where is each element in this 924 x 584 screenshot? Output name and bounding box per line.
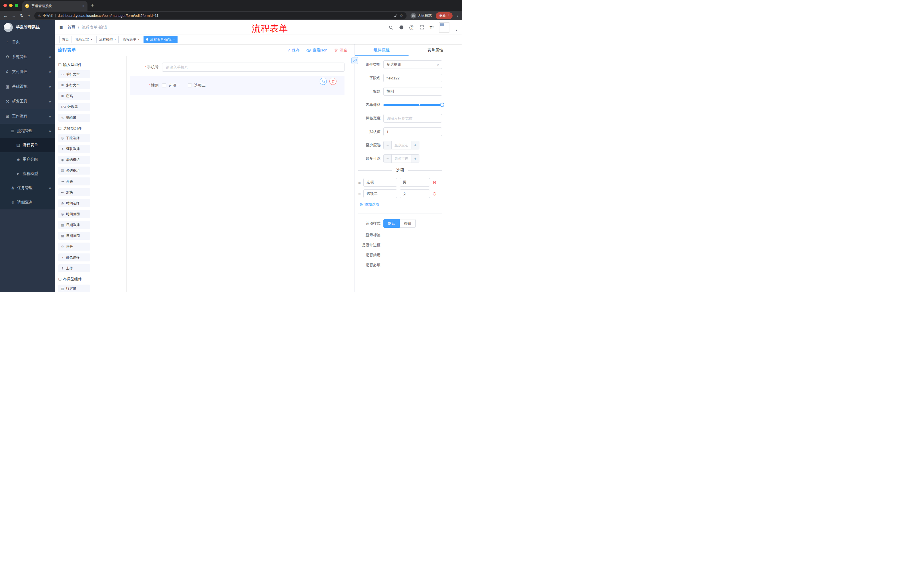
grid-slider[interactable] <box>383 100 442 109</box>
palette-item[interactable]: ▥ 行容器 <box>58 285 90 292</box>
style-default-button[interactable]: 默认 <box>383 219 400 228</box>
url-text[interactable]: dashboard.yudao.iocoder.cn/bpm/manager/f… <box>58 14 392 18</box>
palette-item[interactable]: ◉ 单选框组 <box>58 156 90 164</box>
sidebar-item-user-group[interactable]: ☻ 用户分组 <box>0 152 55 166</box>
palette-item[interactable]: ↥ 上传 <box>58 264 90 272</box>
phone-input[interactable] <box>162 63 345 72</box>
user-avatar[interactable] <box>439 22 449 33</box>
tag-close-icon[interactable]: × <box>173 38 175 41</box>
omnibox[interactable]: ⚠ 不安全 dashboard.yudao.iocoder.cn/bpm/man… <box>34 12 406 20</box>
close-window-button[interactable] <box>3 4 7 7</box>
minimize-window-button[interactable] <box>9 4 13 7</box>
tag-home[interactable]: 首页 <box>59 36 71 43</box>
form-canvas[interactable]: *手机号 <box>127 56 355 292</box>
palette-item[interactable]: ≣ 多行文本 <box>58 81 90 89</box>
phone-field-row[interactable]: *手机号 <box>130 63 345 72</box>
palette-item[interactable]: ✎ 编辑器 <box>58 114 90 122</box>
search-icon[interactable] <box>389 25 393 30</box>
increase-button[interactable]: + <box>411 155 419 163</box>
option1-value-input[interactable] <box>400 178 430 187</box>
sidebar-item-infrastructure[interactable]: ▣ 基础设施 ∨ <box>0 79 55 94</box>
palette-item[interactable]: ☆ 评分 <box>58 243 90 250</box>
reload-icon[interactable]: ↻ <box>20 13 24 18</box>
view-json-button[interactable]: 查看json <box>307 48 327 53</box>
palette-item[interactable]: ☑ 多选框组 <box>58 166 90 174</box>
sidebar-item-process-form[interactable]: ▤ 流程表单 <box>0 138 55 152</box>
sidebar-logo[interactable]: 芋道管理系统 <box>0 20 55 35</box>
tab-close-icon[interactable]: × <box>82 4 85 8</box>
copy-component-button[interactable] <box>320 78 327 85</box>
tag-process-form-edit[interactable]: 流程表单-编辑 × <box>144 36 177 43</box>
browser-tab[interactable]: 芋道管理系统 × <box>22 1 87 11</box>
sidebar-item-home[interactable]: ◔ 首页 <box>0 35 55 49</box>
link-badge[interactable] <box>351 57 358 64</box>
delete-component-button[interactable] <box>329 78 337 85</box>
field-name-input[interactable] <box>383 74 442 82</box>
palette-item[interactable]: ▭ 单行文本 <box>58 70 90 78</box>
palette-item[interactable]: ◶ 时间范围 <box>58 210 90 218</box>
sidebar-item-task-management[interactable]: ⋔ 任务管理 ∨ <box>0 181 55 195</box>
style-button-button[interactable]: 按钮 <box>400 219 416 228</box>
palette-item[interactable]: ⋔ 级联选择 <box>58 145 90 153</box>
tag-process-definition[interactable]: 流程定义 × <box>73 36 95 43</box>
github-icon[interactable] <box>399 25 404 30</box>
add-option-button[interactable]: ⊕ 添加选项 <box>360 202 442 207</box>
palette-item[interactable]: ⊷ 滑块 <box>58 188 90 196</box>
sidebar-item-system[interactable]: ⚙ 系统管理 ∨ <box>0 49 55 64</box>
password-key-icon[interactable] <box>394 14 398 18</box>
sidebar-item-process-model[interactable]: ➤ 流程模型 <box>0 166 55 181</box>
palette-item[interactable]: ◎ 下拉选择 <box>58 134 90 142</box>
tag-process-model[interactable]: 流程模型 × <box>96 36 118 43</box>
option2-value-input[interactable] <box>400 189 430 198</box>
palette-item[interactable]: ◑ 颜色选择 <box>58 253 90 262</box>
component-type-select[interactable]: 多选框组 ∨ <box>383 60 442 69</box>
slider-handle[interactable] <box>440 103 444 107</box>
bookmark-star-icon[interactable]: ☆ <box>400 13 403 18</box>
max-select-placeholder[interactable]: 最多可选 <box>392 155 411 163</box>
forward-icon[interactable]: → <box>12 13 16 18</box>
default-value-input[interactable] <box>383 127 442 136</box>
sidebar-item-process-management[interactable]: ≣ 流程管理 ∧ <box>0 124 55 138</box>
new-tab-button[interactable]: + <box>91 3 94 8</box>
increase-button[interactable]: + <box>411 141 419 149</box>
decrease-button[interactable]: − <box>384 155 392 163</box>
checkbox-option1[interactable]: 选项一 <box>162 83 180 88</box>
tab-component-props[interactable]: 组件属性 <box>355 44 409 56</box>
security-label[interactable]: 不安全 <box>43 13 53 18</box>
tag-process-form[interactable]: 流程表单 × <box>120 36 142 43</box>
back-icon[interactable]: ← <box>3 13 8 18</box>
option1-name-input[interactable] <box>363 178 397 187</box>
sidebar-item-workflow[interactable]: ⊞ 工作流程 ∧ <box>0 109 55 124</box>
option2-name-input[interactable] <box>363 189 397 198</box>
chevron-down-icon[interactable]: ∨ <box>457 14 459 17</box>
min-select-placeholder[interactable]: 至少应选 <box>392 141 411 149</box>
drag-handle-icon[interactable]: ≡ <box>358 180 361 185</box>
label-width-input[interactable] <box>383 114 442 123</box>
sidebar-item-leave-query[interactable]: ☺ 请假查询 <box>0 195 55 209</box>
checkbox-option2[interactable]: 选项二 <box>188 83 206 88</box>
hamburger-icon[interactable]: ≡ <box>59 24 63 31</box>
breadcrumb-home[interactable]: 首页 <box>68 25 76 30</box>
drag-handle-icon[interactable]: ≡ <box>358 191 361 196</box>
tag-close-icon[interactable]: × <box>138 38 140 41</box>
help-icon[interactable]: ? <box>409 25 414 30</box>
clear-button[interactable]: 清空 <box>334 48 347 53</box>
tab-form-props[interactable]: 表单属性 <box>409 44 462 56</box>
update-button[interactable]: 更新 ⋮ <box>436 12 452 19</box>
palette-item[interactable]: ▩ 日期范围 <box>58 232 90 240</box>
sidebar-item-devtools[interactable]: ⚒ 研发工具 ∨ <box>0 94 55 109</box>
remove-option-icon[interactable]: ⊖ <box>432 191 437 196</box>
font-size-icon[interactable]: TT <box>430 25 434 30</box>
zoom-window-button[interactable] <box>15 4 18 7</box>
palette-item[interactable]: ▦ 日期选择 <box>58 221 90 229</box>
chevron-down-icon[interactable]: ∨ <box>455 29 457 31</box>
palette-item[interactable]: ◷ 时间选择 <box>58 199 90 207</box>
title-input[interactable] <box>383 87 442 96</box>
palette-item[interactable]: ⊶ 开关 <box>58 178 90 186</box>
fullscreen-icon[interactable] <box>420 25 424 30</box>
tag-close-icon[interactable]: × <box>91 38 92 41</box>
selected-component-gender[interactable]: *性别 选项一 选项二 <box>130 76 345 95</box>
decrease-button[interactable]: − <box>384 141 392 149</box>
remove-option-icon[interactable]: ⊖ <box>432 180 437 185</box>
browser-menu-icon[interactable]: ⋮ <box>447 13 451 18</box>
